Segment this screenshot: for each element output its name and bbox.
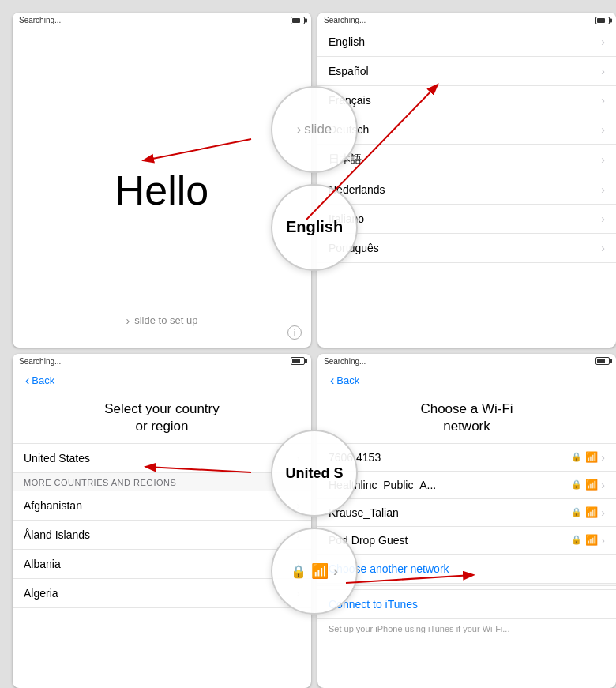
chevron-right-icon: ›	[601, 212, 605, 225]
list-item-espanol[interactable]: Español ›	[317, 57, 616, 86]
lock-icon: 🔒	[571, 535, 582, 545]
battery-icon-hello	[291, 17, 305, 24]
lock-icon: 🔒	[571, 479, 582, 490]
wifi-title: Choose a Wi-Finetwork	[317, 393, 616, 443]
slide-label: slide to set up	[134, 314, 197, 326]
country-nav-bar: ‹ Back	[13, 369, 311, 393]
status-icons-hello	[291, 17, 305, 24]
country-screen: Searching... ‹ Back Select your countryo…	[13, 354, 311, 689]
status-bar-country: Searching...	[13, 354, 311, 369]
country-algeria: Algeria	[24, 587, 58, 600]
chevron-right-icon: ›	[601, 506, 605, 519]
list-item-italiano[interactable]: Italiano ›	[317, 205, 616, 234]
list-item-nederlands[interactable]: Nederlands ›	[317, 175, 616, 205]
network-name-1: 7606 4153	[329, 451, 381, 464]
chevron-right-icon: ›	[601, 479, 605, 491]
lang-english: English	[329, 36, 365, 48]
lock-icon: 🔒	[571, 452, 582, 462]
wifi-icons-4: 🔒 📶 ›	[571, 534, 605, 547]
status-icons-country	[291, 357, 305, 365]
chevron-right-icon: ›	[601, 451, 605, 464]
status-bar-lang: Searching...	[317, 13, 616, 28]
chevron-right-icon: ›	[601, 153, 605, 166]
wifi-nav-bar: ‹ Back	[317, 369, 616, 393]
country-title: Select your countryor region	[13, 393, 311, 443]
chevron-right-icon: ›	[601, 123, 605, 136]
info-circle[interactable]: i	[287, 325, 302, 340]
connect-to-itunes[interactable]: Connect to iTunes	[317, 589, 616, 618]
status-bar-wifi: Searching...	[317, 354, 616, 369]
chevron-right-icon: ›	[601, 183, 605, 196]
network-name-2: Healthlinc_Public_A...	[329, 479, 436, 491]
lang-portugues: Português	[329, 242, 379, 254]
list-item-francais[interactable]: Français ›	[317, 86, 616, 115]
back-chevron-icon: ‹	[330, 374, 334, 388]
lang-espanol: Español	[329, 65, 369, 77]
status-searching-lang: Searching...	[324, 16, 366, 24]
chevron-right-icon: ›	[296, 528, 300, 541]
choose-another-network[interactable]: Choose another network	[317, 555, 616, 583]
lock-icon: 🔒	[571, 507, 582, 517]
set-up-iphone-text: Set up your iPhone using iTunes if your …	[317, 618, 616, 638]
wifi-item-1[interactable]: 7606 4153 🔒 📶 ›	[317, 443, 616, 472]
country-aland: Åland Islands	[24, 528, 90, 541]
back-label: Back	[336, 374, 359, 386]
chevron-icon: ›	[126, 314, 130, 327]
battery-icon-wifi	[595, 357, 610, 365]
wifi-back-button[interactable]: ‹ Back	[324, 370, 366, 391]
status-icons-wifi	[595, 357, 610, 365]
battery-icon-country	[291, 357, 305, 365]
list-item-english[interactable]: English ›	[317, 28, 616, 57]
language-screen: Searching... English › Español › Franç	[317, 13, 616, 348]
wifi-item-3[interactable]: Krause_Talian 🔒 📶 ›	[317, 499, 616, 527]
chevron-right-icon: ›	[296, 558, 300, 570]
list-item-albania[interactable]: Albania ›	[13, 550, 311, 579]
chevron-right-icon: ›	[601, 65, 605, 77]
slide-to-setup: › slide to set up	[126, 314, 198, 327]
wifi-icons-2: 🔒 📶 ›	[571, 479, 605, 491]
network-name-3: Krause_Talian	[329, 506, 399, 519]
status-searching-country: Searching...	[19, 357, 61, 366]
country-us: United States	[24, 452, 90, 464]
lang-francais: Français	[329, 94, 371, 107]
list-item-afghanistan[interactable]: Afghanistan ›	[13, 491, 311, 521]
wifi-signal-icon: 📶	[585, 506, 598, 518]
status-searching-hello: Searching...	[19, 16, 61, 24]
chevron-right-icon: ›	[296, 452, 300, 464]
lang-japanese: 日本語	[329, 152, 362, 167]
country-afghanistan: Afghanistan	[24, 499, 82, 512]
list-item-aland[interactable]: Åland Islands ›	[13, 521, 311, 550]
wifi-signal-icon: 📶	[585, 479, 598, 491]
status-searching-wifi: Searching...	[324, 357, 366, 366]
back-chevron-icon: ‹	[25, 374, 29, 388]
status-bar-hello: Searching...	[13, 13, 311, 28]
hello-text: Hello	[115, 167, 209, 214]
list-item-japanese[interactable]: 日本語 ›	[317, 145, 616, 175]
back-label: Back	[32, 374, 54, 386]
network-name-4: Pod Drop Guest	[329, 534, 408, 547]
lang-italiano: Italiano	[329, 212, 364, 225]
chevron-right-icon: ›	[601, 36, 605, 48]
chevron-right-icon: ›	[601, 94, 605, 107]
section-header-countries: MORE COUNTRIES AND REGIONS	[13, 473, 311, 491]
chevron-right-icon: ›	[601, 242, 605, 254]
list-item-deutsch[interactable]: Deutsch ›	[317, 115, 616, 145]
lang-nederlands: Nederlands	[329, 183, 385, 196]
list-item-algeria[interactable]: Algeria ›	[13, 579, 311, 608]
hello-screen: Searching... Hello › slide to set up i	[13, 13, 311, 348]
chevron-right-icon: ›	[296, 499, 300, 512]
list-item-portugues[interactable]: Português ›	[317, 234, 616, 263]
chevron-right-icon: ›	[601, 534, 605, 547]
wifi-signal-icon: 📶	[585, 451, 598, 463]
language-list: English › Español › Français › Deutsch ›…	[317, 28, 616, 263]
wifi-item-4[interactable]: Pod Drop Guest 🔒 📶 ›	[317, 527, 616, 555]
wifi-icons-3: 🔒 📶 ›	[571, 506, 605, 519]
wifi-icons-1: 🔒 📶 ›	[571, 451, 605, 464]
country-albania: Albania	[24, 558, 61, 570]
battery-icon-lang	[595, 17, 610, 24]
country-back-button[interactable]: ‹ Back	[19, 370, 61, 391]
chevron-right-icon: ›	[296, 587, 300, 600]
wifi-screen: Searching... ‹ Back Choose a Wi-Finetwor…	[317, 354, 616, 689]
wifi-item-2[interactable]: Healthlinc_Public_A... 🔒 📶 ›	[317, 472, 616, 499]
list-item-us[interactable]: United States ›	[13, 443, 311, 473]
